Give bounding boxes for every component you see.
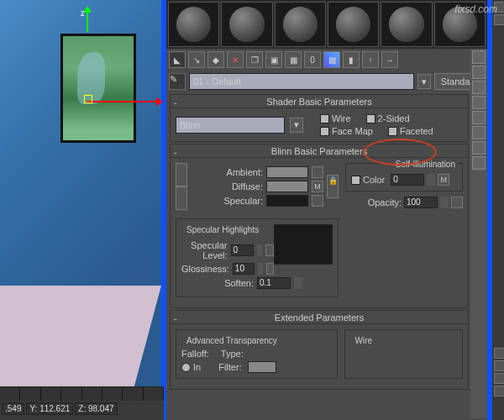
blinn-basic-rollout: - Blinn Basic Parameters Ambient: Diffus… bbox=[170, 144, 469, 308]
spinner-buttons[interactable] bbox=[294, 277, 302, 289]
filter-color-swatch[interactable] bbox=[248, 361, 276, 373]
window-object[interactable] bbox=[60, 34, 136, 143]
specular-color-swatch[interactable] bbox=[266, 195, 308, 207]
diffuse-color-swatch[interactable] bbox=[266, 181, 308, 192]
shader-type-dropdown[interactable]: Blinn bbox=[176, 117, 285, 134]
specular-level-map[interactable] bbox=[265, 244, 274, 256]
playback-button[interactable] bbox=[494, 386, 504, 396]
material-slot[interactable] bbox=[221, 2, 272, 47]
get-material-button[interactable]: ◣ bbox=[169, 51, 186, 68]
stained-glass-texture bbox=[63, 36, 134, 140]
material-slot[interactable] bbox=[381, 2, 432, 47]
watermark-text: fixsd.com bbox=[454, 3, 497, 15]
backlight-button[interactable] bbox=[472, 66, 486, 79]
wire-checkbox[interactable]: Wire bbox=[320, 113, 351, 123]
sample-type-button[interactable] bbox=[472, 50, 486, 64]
face-map-checkbox[interactable]: Face Map bbox=[320, 126, 373, 136]
glossiness-map[interactable] bbox=[266, 263, 274, 275]
self-illum-spinner[interactable]: 0 bbox=[391, 174, 424, 186]
rollout-header[interactable]: - Extended Parameters bbox=[171, 311, 468, 324]
spinner-buttons[interactable] bbox=[257, 244, 262, 256]
material-toolbar: ◣ ↘ ◆ ✕ ❐ ▣ ▦ 0 ▩ ▮ ↑ → bbox=[166, 49, 487, 71]
gizmo-xy-plane[interactable] bbox=[84, 95, 92, 103]
material-slot[interactable] bbox=[328, 2, 379, 47]
group-title: Advanced Transparency bbox=[185, 336, 279, 345]
shader-drop-button[interactable]: ▾ bbox=[290, 118, 303, 133]
go-to-parent-button[interactable]: ↑ bbox=[362, 51, 379, 68]
material-name-text: 01 - Default bbox=[193, 76, 241, 87]
ambient-color-swatch[interactable] bbox=[266, 166, 308, 178]
playback-button[interactable] bbox=[494, 348, 504, 359]
two-sided-checkbox[interactable]: ✓2-Sided bbox=[366, 113, 410, 123]
make-unique-button[interactable]: ▣ bbox=[265, 51, 282, 68]
options-button[interactable] bbox=[472, 141, 486, 155]
extended-params-rollout: - Extended Parameters Advanced Transpare… bbox=[170, 310, 469, 390]
coordinate-display: .549 Y: 112.621 Z: 98.047 bbox=[0, 401, 164, 417]
falloff-in-radio[interactable]: In Filter: bbox=[181, 361, 332, 373]
make-copy-button[interactable]: ❐ bbox=[246, 51, 263, 68]
specular-level-spinner[interactable]: 0 bbox=[231, 244, 255, 256]
glossiness-spinner[interactable]: 10 bbox=[233, 263, 255, 275]
put-to-scene-button[interactable]: ↘ bbox=[188, 51, 205, 68]
collapse-icon: - bbox=[174, 96, 177, 109]
group-title: Self-Illumination bbox=[394, 160, 457, 169]
faceted-checkbox[interactable]: Faceted bbox=[388, 126, 433, 136]
self-illum-map[interactable]: M bbox=[438, 174, 449, 186]
gizmo-x-axis[interactable] bbox=[87, 101, 162, 102]
diffuse-specular-lock[interactable] bbox=[176, 186, 187, 210]
material-name-dropdown[interactable]: 01 - Default bbox=[189, 73, 414, 90]
ambient-diffuse-lock[interactable] bbox=[176, 163, 187, 186]
spinner-buttons[interactable] bbox=[440, 197, 449, 208]
rollout-header[interactable]: - Blinn Basic Parameters bbox=[171, 144, 468, 158]
panel-button[interactable] bbox=[494, 14, 504, 25]
rollout-header[interactable]: - Shader Basic Parameters bbox=[171, 95, 468, 108]
select-by-mat-button[interactable] bbox=[472, 156, 486, 170]
go-forward-button[interactable]: → bbox=[381, 51, 398, 68]
material-slots bbox=[166, 0, 487, 49]
opacity-spinner[interactable]: 100 bbox=[404, 197, 438, 208]
ambient-map-button[interactable] bbox=[312, 166, 323, 178]
material-side-toolbar bbox=[470, 49, 487, 418]
spinner-buttons[interactable] bbox=[258, 263, 263, 275]
status-bar: .549 Y: 112.621 Z: 98.047 bbox=[0, 386, 164, 420]
self-illum-color-checkbox[interactable]: Color 0 M bbox=[351, 174, 457, 186]
playback-button[interactable] bbox=[494, 373, 504, 384]
coord-z[interactable]: Z: 98.047 bbox=[75, 402, 117, 415]
shader-basic-rollout: - Shader Basic Parameters Blinn ▾ Wire ✓… bbox=[170, 94, 469, 142]
specular-map-button[interactable] bbox=[312, 195, 323, 207]
collapse-icon: - bbox=[174, 145, 177, 159]
background-button[interactable] bbox=[472, 81, 486, 94]
soften-spinner[interactable]: 0.1 bbox=[257, 277, 291, 289]
preview-button[interactable] bbox=[472, 126, 486, 139]
material-editor: ◣ ↘ ◆ ✕ ❐ ▣ ▦ 0 ▩ ▮ ↑ → ✎ 01 - Default ▾… bbox=[164, 0, 490, 420]
rollout-title: Shader Basic Parameters bbox=[266, 97, 371, 107]
material-slot[interactable] bbox=[168, 2, 219, 47]
material-name-drop-button[interactable]: ▾ bbox=[417, 74, 431, 89]
command-panel-edge bbox=[490, 0, 504, 420]
put-to-library-button[interactable]: ▦ bbox=[285, 51, 302, 68]
material-slot[interactable] bbox=[275, 2, 326, 47]
assign-to-selection-button[interactable]: ◆ bbox=[207, 51, 224, 68]
gizmo-y-axis[interactable] bbox=[87, 7, 88, 32]
shader-type-value: Blinn bbox=[180, 120, 200, 130]
show-end-result-button[interactable]: ▮ bbox=[343, 51, 360, 68]
reset-map-button[interactable]: ✕ bbox=[227, 51, 244, 68]
pick-material-button[interactable]: ✎ bbox=[169, 73, 186, 90]
coord-x[interactable]: .549 bbox=[2, 402, 24, 415]
opacity-map[interactable] bbox=[451, 197, 463, 208]
rollout-title: Extended Parameters bbox=[275, 312, 364, 323]
viewport-3d[interactable]: z bbox=[0, 0, 164, 420]
material-name-bar: ✎ 01 - Default ▾ Standard bbox=[166, 71, 487, 92]
material-id-button[interactable]: 0 bbox=[304, 51, 321, 68]
diffuse-map-button[interactable]: M bbox=[312, 181, 323, 192]
color-lock-button[interactable]: 🔒 bbox=[327, 175, 339, 198]
spinner-buttons[interactable] bbox=[427, 174, 435, 186]
sample-uv-button[interactable] bbox=[472, 96, 486, 109]
group-title: Wire bbox=[354, 336, 375, 345]
coord-y[interactable]: Y: 112.621 bbox=[26, 402, 73, 415]
timeline[interactable] bbox=[0, 387, 164, 401]
rollout-title: Blinn Basic Parameters bbox=[271, 146, 367, 156]
video-check-button[interactable] bbox=[472, 111, 486, 124]
playback-button[interactable] bbox=[494, 360, 504, 371]
show-in-viewport-button[interactable]: ▩ bbox=[323, 51, 340, 68]
